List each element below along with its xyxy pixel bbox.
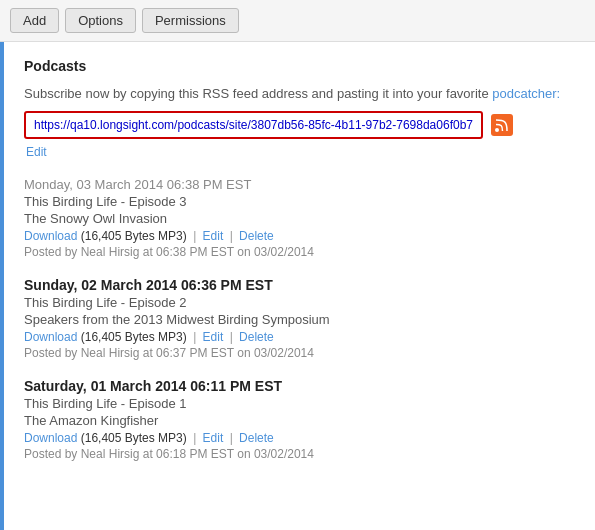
content-wrapper: Podcasts Subscribe now by copying this R… xyxy=(0,42,595,530)
episode-date: Monday, 03 March 2014 06:38 PM EST xyxy=(24,177,575,192)
add-button[interactable]: Add xyxy=(10,8,59,33)
delete-link[interactable]: Delete xyxy=(239,330,274,344)
file-info: (16,405 Bytes MP3) xyxy=(81,330,187,344)
separator: | xyxy=(230,431,233,445)
separator: | xyxy=(230,229,233,243)
url-edit-link[interactable]: Edit xyxy=(26,145,47,159)
download-link[interactable]: Download xyxy=(24,229,77,243)
url-edit-link-container: Edit xyxy=(26,145,575,159)
episode-title: This Birding Life - Episode 3 xyxy=(24,194,575,209)
episode-description: The Amazon Kingfisher xyxy=(24,413,575,428)
episode-meta: Posted by Neal Hirsig at 06:37 PM EST on… xyxy=(24,346,575,360)
episode-actions: Download (16,405 Bytes MP3) | Edit | Del… xyxy=(24,229,575,243)
episode-meta: Posted by Neal Hirsig at 06:18 PM EST on… xyxy=(24,447,575,461)
episode-title: This Birding Life - Episode 2 xyxy=(24,295,575,310)
file-info: (16,405 Bytes MP3) xyxy=(81,431,187,445)
episode-date: Sunday, 02 March 2014 06:36 PM EST xyxy=(24,277,575,293)
podcatcher-link[interactable]: podcatcher: xyxy=(492,86,560,101)
edit-link[interactable]: Edit xyxy=(203,330,224,344)
episode-meta: Posted by Neal Hirsig at 06:38 PM EST on… xyxy=(24,245,575,259)
rss-url-box[interactable]: https://qa10.longsight.com/podcasts/site… xyxy=(24,111,483,139)
permissions-button[interactable]: Permissions xyxy=(142,8,239,33)
separator: | xyxy=(193,229,196,243)
episode-description: The Snowy Owl Invasion xyxy=(24,211,575,226)
rss-icon[interactable] xyxy=(491,114,513,136)
episode-item: Saturday, 01 March 2014 06:11 PM EST Thi… xyxy=(24,378,575,461)
toolbar: Add Options Permissions xyxy=(0,0,595,42)
episode-title: This Birding Life - Episode 1 xyxy=(24,396,575,411)
edit-link[interactable]: Edit xyxy=(203,431,224,445)
episode-item: Sunday, 02 March 2014 06:36 PM EST This … xyxy=(24,277,575,360)
edit-link[interactable]: Edit xyxy=(203,229,224,243)
episode-actions: Download (16,405 Bytes MP3) | Edit | Del… xyxy=(24,431,575,445)
section-title: Podcasts xyxy=(24,58,575,74)
episodes-list: Monday, 03 March 2014 06:38 PM EST This … xyxy=(24,177,575,461)
subscribe-description: Subscribe now by copying this RSS feed a… xyxy=(24,86,575,101)
episode-description: Speakers from the 2013 Midwest Birding S… xyxy=(24,312,575,327)
options-button[interactable]: Options xyxy=(65,8,136,33)
delete-link[interactable]: Delete xyxy=(239,229,274,243)
episode-item: Monday, 03 March 2014 06:38 PM EST This … xyxy=(24,177,575,259)
delete-link[interactable]: Delete xyxy=(239,431,274,445)
rss-svg xyxy=(494,117,510,133)
download-link[interactable]: Download xyxy=(24,330,77,344)
separator: | xyxy=(230,330,233,344)
svg-point-0 xyxy=(495,128,499,132)
main-content: Podcasts Subscribe now by copying this R… xyxy=(4,42,595,530)
rss-url-container: https://qa10.longsight.com/podcasts/site… xyxy=(24,111,575,139)
separator: | xyxy=(193,431,196,445)
separator: | xyxy=(193,330,196,344)
download-link[interactable]: Download xyxy=(24,431,77,445)
subscribe-text-label: Subscribe now by copying this RSS feed a… xyxy=(24,86,492,101)
episode-date: Saturday, 01 March 2014 06:11 PM EST xyxy=(24,378,575,394)
file-info: (16,405 Bytes MP3) xyxy=(81,229,187,243)
episode-actions: Download (16,405 Bytes MP3) | Edit | Del… xyxy=(24,330,575,344)
